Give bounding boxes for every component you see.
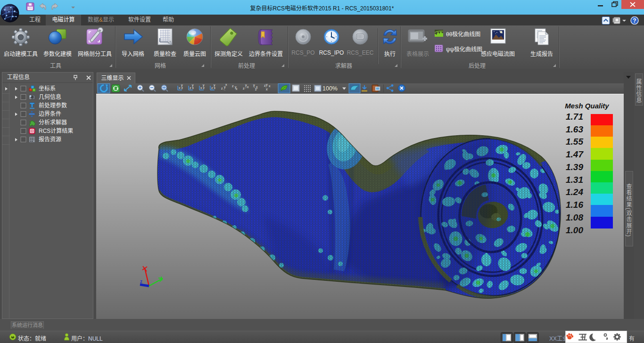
svg-text:报告资源: 报告资源 [39, 136, 61, 143]
svg-text:x z: x z [200, 86, 205, 90]
svg-text:z x: z x [190, 86, 194, 90]
svg-text:z: z [140, 279, 142, 284]
svg-text:x: x [247, 85, 249, 89]
svg-text:?: ? [633, 17, 636, 24]
svg-text:z: z [243, 87, 245, 90]
svg-text:边界条件: 边界条件 [39, 111, 61, 117]
svg-text:z: z [232, 84, 234, 88]
svg-text:RCS计算结果: RCS计算结果 [39, 127, 73, 134]
svg-text:y: y [203, 83, 205, 87]
svg-text:y: y [266, 83, 268, 87]
svg-text:y: y [253, 83, 255, 87]
svg-text:前处理参数: 前处理参数 [39, 102, 67, 109]
svg-text:x: x [236, 87, 238, 90]
svg-text:z x: z x [211, 86, 215, 90]
svg-text:x: x [225, 83, 227, 86]
svg-text:x: x [269, 84, 271, 88]
svg-text:y: y [214, 83, 215, 87]
svg-text:几何信息: 几何信息 [39, 93, 61, 100]
svg-text:分析求解器: 分析求解器 [39, 119, 67, 126]
svg-text:坐标系: 坐标系 [39, 85, 56, 92]
svg-text:z: z [221, 87, 223, 90]
svg-text:y: y [192, 83, 194, 87]
svg-text:y: y [181, 83, 183, 87]
svg-text:100%: 100% [322, 85, 338, 92]
svg-text:x z: x z [179, 86, 183, 90]
